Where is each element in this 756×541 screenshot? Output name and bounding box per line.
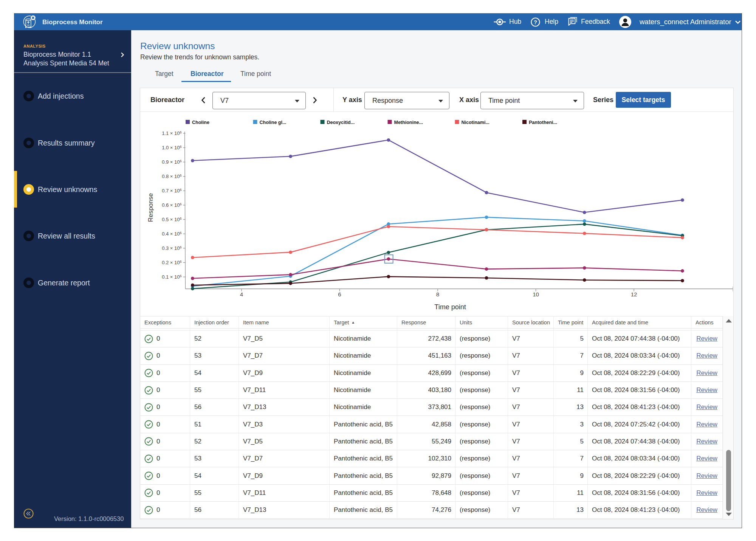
svg-text:10: 10 [533, 291, 539, 298]
svg-text:1.0 × 106: 1.0 × 106 [162, 145, 181, 150]
svg-text:6: 6 [338, 291, 341, 298]
svg-text:0.4 × 106: 0.4 × 106 [162, 231, 181, 237]
svg-text:Pantotheni...: Pantotheni... [529, 120, 557, 125]
svg-text:Response: Response [147, 193, 154, 222]
svg-text:0.8 × 106: 0.8 × 106 [162, 174, 181, 179]
svg-text:0.9 × 106: 0.9 × 106 [162, 159, 181, 165]
svg-text:Deoxycitid...: Deoxycitid... [327, 120, 355, 125]
svg-text:0.5 × 106: 0.5 × 106 [162, 217, 181, 222]
svg-text:0.2 × 106: 0.2 × 106 [162, 260, 181, 265]
svg-text:4: 4 [240, 291, 243, 298]
svg-text:Methionine...: Methionine... [394, 120, 423, 125]
svg-text:0.3 × 106: 0.3 × 106 [162, 245, 181, 251]
svg-text:12: 12 [631, 291, 637, 298]
svg-text:0.1 × 106: 0.1 × 106 [162, 274, 181, 280]
svg-text:Choline: Choline [192, 120, 209, 125]
svg-text:8: 8 [436, 291, 439, 298]
svg-text:1.1 × 106: 1.1 × 106 [162, 130, 181, 136]
svg-text:Choline gl...: Choline gl... [260, 120, 287, 125]
svg-text:0.6 × 106: 0.6 × 106 [162, 202, 181, 208]
svg-text:?: ? [534, 19, 537, 25]
svg-text:Nicotinami...: Nicotinami... [462, 120, 490, 125]
svg-text:Time point: Time point [434, 303, 466, 311]
svg-text:0.7 × 106: 0.7 × 106 [162, 188, 181, 194]
